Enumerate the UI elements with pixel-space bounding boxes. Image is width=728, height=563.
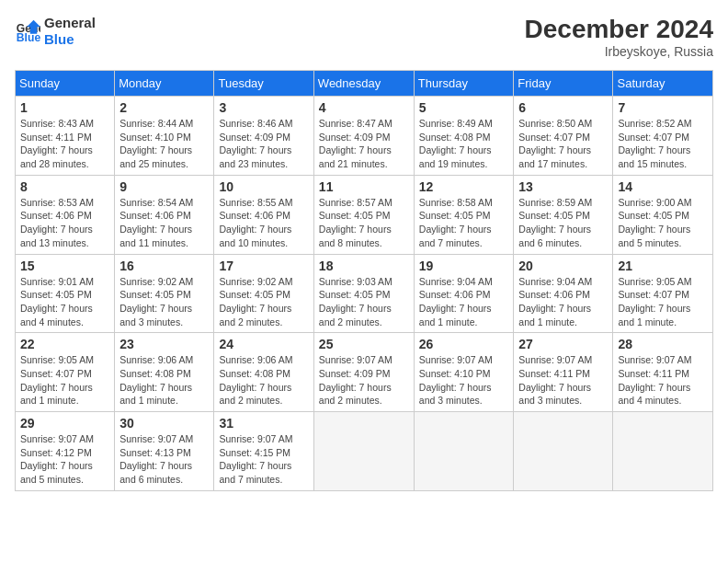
day-info: Sunrise: 9:07 AM Sunset: 4:11 PM Dayligh… — [618, 353, 708, 408]
calendar-cell: 3Sunrise: 8:46 AM Sunset: 4:09 PM Daylig… — [214, 97, 313, 176]
calendar-cell: 26Sunrise: 9:07 AM Sunset: 4:10 PM Dayli… — [414, 333, 514, 412]
day-info: Sunrise: 8:44 AM Sunset: 4:10 PM Dayligh… — [119, 117, 209, 171]
title-block: December 2024 Irbeyskoye, Russia — [525, 15, 713, 59]
calendar-cell: 1Sunrise: 8:43 AM Sunset: 4:11 PM Daylig… — [16, 97, 115, 176]
day-header-tuesday: Tuesday — [214, 71, 313, 97]
day-info: Sunrise: 9:04 AM Sunset: 4:06 PM Dayligh… — [419, 275, 509, 329]
calendar-cell: 20Sunrise: 9:04 AM Sunset: 4:06 PM Dayli… — [514, 254, 613, 333]
day-number: 26 — [419, 337, 509, 351]
day-info: Sunrise: 9:07 AM Sunset: 4:15 PM Dayligh… — [219, 432, 308, 487]
day-info: Sunrise: 9:00 AM Sunset: 4:05 PM Dayligh… — [618, 196, 708, 250]
day-info: Sunrise: 8:46 AM Sunset: 4:09 PM Dayligh… — [219, 117, 308, 171]
calendar-cell: 4Sunrise: 8:47 AM Sunset: 4:09 PM Daylig… — [313, 97, 414, 176]
logo: General Blue General Blue — [15, 15, 96, 48]
day-number: 15 — [20, 259, 109, 273]
calendar-cell — [414, 412, 514, 491]
calendar-cell: 22Sunrise: 9:05 AM Sunset: 4:07 PM Dayli… — [16, 333, 115, 412]
day-info: Sunrise: 9:06 AM Sunset: 4:08 PM Dayligh… — [219, 353, 308, 408]
day-number: 14 — [618, 179, 708, 194]
day-info: Sunrise: 8:53 AM Sunset: 4:06 PM Dayligh… — [20, 196, 109, 250]
day-info: Sunrise: 9:07 AM Sunset: 4:11 PM Dayligh… — [518, 353, 608, 408]
calendar-cell: 21Sunrise: 9:05 AM Sunset: 4:07 PM Dayli… — [613, 254, 713, 333]
calendar-cell: 16Sunrise: 9:02 AM Sunset: 4:05 PM Dayli… — [115, 254, 214, 333]
day-number: 31 — [219, 416, 308, 431]
week-row-3: 15Sunrise: 9:01 AM Sunset: 4:05 PM Dayli… — [16, 254, 713, 333]
day-info: Sunrise: 9:07 AM Sunset: 4:10 PM Dayligh… — [419, 353, 509, 408]
calendar-cell: 24Sunrise: 9:06 AM Sunset: 4:08 PM Dayli… — [214, 333, 313, 412]
day-number: 17 — [219, 259, 308, 273]
calendar-cell: 11Sunrise: 8:57 AM Sunset: 4:05 PM Dayli… — [313, 175, 414, 254]
day-info: Sunrise: 8:57 AM Sunset: 4:05 PM Dayligh… — [319, 196, 409, 250]
day-number: 1 — [20, 100, 109, 115]
day-info: Sunrise: 8:58 AM Sunset: 4:05 PM Dayligh… — [419, 196, 509, 250]
day-number: 19 — [419, 259, 509, 273]
day-number: 30 — [119, 416, 209, 431]
calendar-cell — [613, 412, 713, 491]
day-number: 22 — [20, 337, 109, 351]
day-info: Sunrise: 9:04 AM Sunset: 4:06 PM Dayligh… — [518, 275, 608, 329]
day-info: Sunrise: 9:02 AM Sunset: 4:05 PM Dayligh… — [219, 275, 308, 329]
calendar-cell: 12Sunrise: 8:58 AM Sunset: 4:05 PM Dayli… — [414, 175, 514, 254]
day-header-saturday: Saturday — [613, 71, 713, 97]
day-number: 28 — [618, 337, 708, 351]
week-row-2: 8Sunrise: 8:53 AM Sunset: 4:06 PM Daylig… — [16, 175, 713, 254]
day-info: Sunrise: 9:03 AM Sunset: 4:05 PM Dayligh… — [319, 275, 409, 329]
day-number: 4 — [319, 100, 409, 115]
calendar-cell: 19Sunrise: 9:04 AM Sunset: 4:06 PM Dayli… — [414, 254, 514, 333]
calendar-cell: 8Sunrise: 8:53 AM Sunset: 4:06 PM Daylig… — [16, 175, 115, 254]
calendar-cell: 14Sunrise: 9:00 AM Sunset: 4:05 PM Dayli… — [613, 175, 713, 254]
day-number: 29 — [20, 416, 109, 431]
day-number: 6 — [518, 100, 608, 115]
day-number: 13 — [518, 179, 608, 194]
day-header-friday: Friday — [514, 71, 613, 97]
calendar-cell: 17Sunrise: 9:02 AM Sunset: 4:05 PM Dayli… — [214, 254, 313, 333]
day-number: 27 — [518, 337, 608, 351]
day-number: 23 — [119, 337, 209, 351]
day-number: 12 — [419, 179, 509, 194]
month-title: December 2024 — [525, 15, 713, 44]
calendar-cell: 7Sunrise: 8:52 AM Sunset: 4:07 PM Daylig… — [613, 97, 713, 176]
day-info: Sunrise: 9:07 AM Sunset: 4:13 PM Dayligh… — [119, 432, 209, 487]
logo-text: General Blue — [44, 15, 96, 48]
day-info: Sunrise: 9:02 AM Sunset: 4:05 PM Dayligh… — [119, 275, 209, 329]
day-info: Sunrise: 9:01 AM Sunset: 4:05 PM Dayligh… — [20, 275, 109, 329]
day-info: Sunrise: 8:54 AM Sunset: 4:06 PM Dayligh… — [119, 196, 209, 250]
day-number: 7 — [618, 100, 708, 115]
day-number: 18 — [319, 259, 409, 273]
week-row-1: 1Sunrise: 8:43 AM Sunset: 4:11 PM Daylig… — [16, 97, 713, 176]
day-number: 20 — [518, 259, 608, 273]
day-number: 11 — [319, 179, 409, 194]
day-header-thursday: Thursday — [414, 71, 514, 97]
day-number: 2 — [119, 100, 209, 115]
day-info: Sunrise: 8:59 AM Sunset: 4:05 PM Dayligh… — [518, 196, 608, 250]
day-header-monday: Monday — [115, 71, 214, 97]
day-info: Sunrise: 8:52 AM Sunset: 4:07 PM Dayligh… — [618, 117, 708, 171]
day-info: Sunrise: 9:06 AM Sunset: 4:08 PM Dayligh… — [119, 353, 209, 408]
day-number: 10 — [219, 179, 308, 194]
week-row-4: 22Sunrise: 9:05 AM Sunset: 4:07 PM Dayli… — [16, 333, 713, 412]
calendar-cell: 9Sunrise: 8:54 AM Sunset: 4:06 PM Daylig… — [115, 175, 214, 254]
day-number: 25 — [319, 337, 409, 351]
calendar-cell — [313, 412, 414, 491]
day-info: Sunrise: 9:07 AM Sunset: 4:12 PM Dayligh… — [20, 432, 109, 487]
day-info: Sunrise: 8:55 AM Sunset: 4:06 PM Dayligh… — [219, 196, 308, 250]
day-number: 24 — [219, 337, 308, 351]
calendar-cell: 18Sunrise: 9:03 AM Sunset: 4:05 PM Dayli… — [313, 254, 414, 333]
day-number: 9 — [119, 179, 209, 194]
week-row-5: 29Sunrise: 9:07 AM Sunset: 4:12 PM Dayli… — [16, 412, 713, 491]
calendar-cell: 10Sunrise: 8:55 AM Sunset: 4:06 PM Dayli… — [214, 175, 313, 254]
day-info: Sunrise: 8:43 AM Sunset: 4:11 PM Dayligh… — [20, 117, 109, 171]
calendar-cell: 29Sunrise: 9:07 AM Sunset: 4:12 PM Dayli… — [16, 412, 115, 491]
day-info: Sunrise: 9:07 AM Sunset: 4:09 PM Dayligh… — [319, 353, 409, 408]
calendar-cell: 15Sunrise: 9:01 AM Sunset: 4:05 PM Dayli… — [16, 254, 115, 333]
day-info: Sunrise: 8:47 AM Sunset: 4:09 PM Dayligh… — [319, 117, 409, 171]
calendar-cell: 31Sunrise: 9:07 AM Sunset: 4:15 PM Dayli… — [214, 412, 313, 491]
calendar-header-row: SundayMondayTuesdayWednesdayThursdayFrid… — [16, 71, 713, 97]
calendar-cell: 2Sunrise: 8:44 AM Sunset: 4:10 PM Daylig… — [115, 97, 214, 176]
day-number: 3 — [219, 100, 308, 115]
day-info: Sunrise: 8:50 AM Sunset: 4:07 PM Dayligh… — [518, 117, 608, 171]
day-number: 8 — [20, 179, 109, 194]
day-number: 5 — [419, 100, 509, 115]
day-header-sunday: Sunday — [16, 71, 115, 97]
calendar-cell: 28Sunrise: 9:07 AM Sunset: 4:11 PM Dayli… — [613, 333, 713, 412]
